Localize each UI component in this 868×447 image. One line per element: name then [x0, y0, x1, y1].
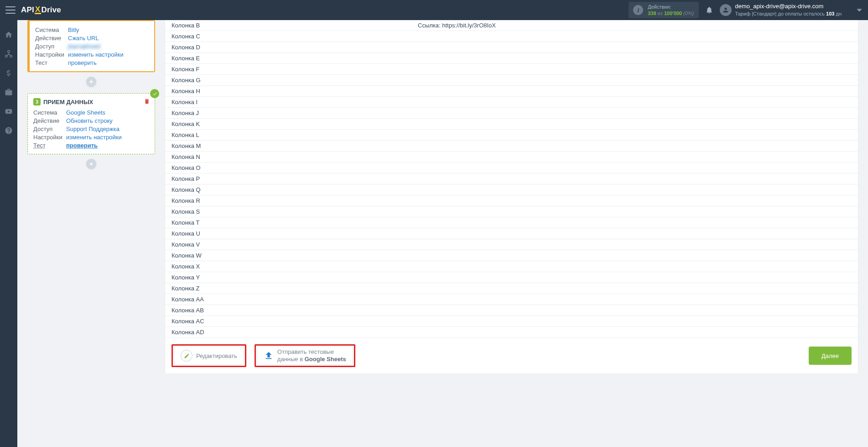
table-cell-value: [411, 141, 858, 151]
table-row: Колонка I: [165, 97, 858, 108]
chevron-down-icon[interactable]: [856, 6, 863, 14]
add-step-button-2[interactable]: +: [86, 159, 96, 169]
card-row: Тестпроверить: [33, 141, 149, 149]
table-row: Колонка F: [165, 64, 858, 75]
table-cell-value: [411, 228, 858, 239]
card-row-label: Тест: [35, 59, 68, 66]
card-row-label: Система: [35, 26, 68, 33]
card-destination-title: 3 ПРИЕМ ДАННЫХ: [33, 98, 149, 105]
card-row: ДействиеОбновить строку: [33, 116, 149, 125]
table-cell-key: Колонка V: [165, 239, 411, 250]
bell-icon[interactable]: [705, 6, 713, 14]
table-cell-value: [411, 283, 858, 294]
actions-text: Действия: 338 из 100'000 (0%): [648, 4, 694, 17]
table-row: Колонка AB: [165, 305, 858, 316]
table-cell-key: Колонка Q: [165, 184, 411, 195]
card-row: СистемаBitly: [35, 26, 149, 34]
delete-button[interactable]: [144, 98, 150, 106]
table-cell-value: [411, 75, 858, 85]
nav-youtube-icon[interactable]: [0, 104, 17, 119]
card-row-value[interactable]: проверить: [66, 142, 98, 149]
table-row: Колонка Y: [165, 272, 858, 283]
edit-button[interactable]: Редактировать: [174, 347, 244, 365]
table-cell-value: [411, 217, 858, 228]
card-row-value[interactable]: проверить: [68, 59, 97, 66]
send-test-data-button[interactable]: Отправить тестовые данные в Google Sheet…: [257, 347, 353, 365]
table-row: Колонка AC: [165, 316, 858, 327]
nav-connections-icon[interactable]: [0, 47, 17, 61]
card-row-label: Настройки: [35, 51, 68, 58]
table-cell-key: Колонка R: [165, 195, 411, 206]
card-row: Настройкиизменить настройки: [35, 50, 149, 58]
nav-dollar-icon[interactable]: [0, 66, 17, 80]
table-cell-value: [411, 272, 858, 283]
nav-home-icon[interactable]: [0, 27, 17, 42]
table-cell-key: Колонка L: [165, 130, 411, 140]
table-cell-value: [411, 53, 858, 63]
card-row-label: Настройки: [33, 134, 66, 141]
table-row: Колонка R: [165, 195, 858, 206]
highlight-edit: Редактировать: [172, 344, 246, 367]
upload-icon: [264, 351, 274, 361]
table-row: Колонка D: [165, 42, 858, 53]
table-row: Колонка Q: [165, 184, 858, 195]
table-row: Колонка J: [165, 108, 858, 119]
card-row-label: Система: [33, 109, 66, 116]
card-row-value[interactable]: изменить настройки: [66, 134, 122, 141]
logo-text-api: API: [21, 5, 34, 15]
card-row-label: Действие: [35, 35, 68, 42]
nav-help-icon[interactable]: [0, 123, 17, 138]
table-row: Колонка K: [165, 119, 858, 130]
add-step-button[interactable]: +: [86, 77, 96, 87]
table-cell-key: Колонка AB: [165, 305, 411, 316]
user-menu[interactable]: demo_apix-drive@apix-drive.com Тариф |Ст…: [720, 3, 842, 17]
table-cell-key: Колонка Y: [165, 272, 411, 283]
table-cell-key: Колонка W: [165, 250, 411, 261]
card-row-value[interactable]: Google Sheets: [66, 109, 105, 116]
step-badge: 3: [33, 98, 41, 105]
nav-briefcase-icon[interactable]: [0, 85, 17, 100]
logo[interactable]: APIXDrive: [21, 5, 61, 15]
table-cell-value: Ссылка: https://bit.ly/3rO8IoX: [411, 20, 858, 31]
table-cell-value: [411, 130, 858, 140]
footer: Редактировать Отправить тестовые данные …: [165, 338, 858, 373]
table-row: Колонка G: [165, 75, 858, 86]
card-row-value[interactable]: Bitly: [68, 26, 79, 33]
card-row-value[interactable]: Сжать URL: [68, 35, 99, 42]
next-button[interactable]: Далее: [809, 347, 852, 365]
table-cell-value: [411, 174, 858, 184]
table-cell-key: Колонка P: [165, 174, 411, 184]
card-row: ДоступSupport Поддержка: [33, 125, 149, 133]
table-cell-value: [411, 195, 858, 206]
actions-badge[interactable]: i Действия: 338 из 100'000 (0%): [629, 2, 698, 19]
table-cell-value: [411, 31, 858, 42]
table-cell-value: [411, 152, 858, 162]
card-row-value[interactable]: Обновить строку: [66, 117, 113, 124]
table-cell-value: [411, 184, 858, 195]
table-cell-key: Колонка E: [165, 53, 411, 63]
card-row-value[interactable]: Support Поддержка: [66, 126, 120, 132]
user-email: demo_apix-drive@apix-drive.com: [735, 3, 842, 11]
table-row: Колонка N: [165, 152, 858, 163]
table-row: Колонка M: [165, 141, 858, 152]
actions-of: из: [658, 11, 663, 16]
upload-label: Отправить тестовые данные в Google Sheet…: [277, 348, 346, 363]
main-panel: Колонка BСсылка: https://bit.ly/3rO8IoXК…: [165, 20, 858, 373]
check-icon: [150, 89, 159, 98]
logo-text-drive: Drive: [42, 5, 62, 15]
table-cell-value: [411, 42, 858, 53]
card-row-value[interactable]: изменить настройки: [68, 51, 124, 58]
result-table: Колонка BСсылка: https://bit.ly/3rO8IoXК…: [165, 20, 858, 338]
table-cell-key: Колонка F: [165, 64, 411, 74]
table-cell-value: [411, 206, 858, 217]
table-row: Колонка O: [165, 163, 858, 174]
table-cell-key: Колонка S: [165, 206, 411, 217]
pencil-icon: [181, 350, 192, 362]
table-cell-key: Колонка G: [165, 75, 411, 85]
table-cell-value: [411, 119, 858, 129]
header: APIXDrive i Действия: 338 из 100'000 (0%…: [0, 0, 868, 20]
hamburger-menu-icon[interactable]: [5, 6, 16, 14]
actions-label: Действия:: [648, 4, 694, 10]
table-cell-key: Колонка H: [165, 86, 411, 96]
table-cell-key: Колонка D: [165, 42, 411, 53]
